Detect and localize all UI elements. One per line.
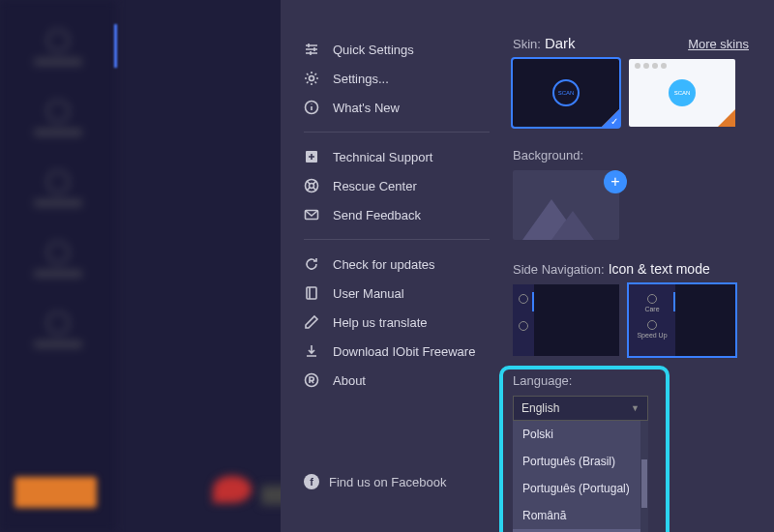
menu-send-feedback[interactable]: Send Feedback bbox=[281, 200, 513, 229]
language-option[interactable]: Polski bbox=[513, 421, 648, 448]
skin-label: Skin: bbox=[513, 37, 541, 51]
activate-button-blurred bbox=[15, 477, 97, 508]
language-selected: English bbox=[521, 401, 559, 415]
menu-label: What's New bbox=[333, 101, 400, 115]
language-label: Language: bbox=[513, 373, 749, 388]
language-dropdown: Polski Português (Brasil) Português (Por… bbox=[513, 421, 648, 532]
skin-value: Dark bbox=[545, 35, 576, 51]
menu-label: About bbox=[333, 373, 366, 388]
sidenav-label: Side Navigation: bbox=[513, 262, 605, 277]
background-label: Background: bbox=[513, 148, 749, 163]
sidenav-icon-text-thumb[interactable]: Care Speed Up bbox=[629, 284, 735, 356]
preview-column: Skin: Dark More skins SCAN SCAN Backgrou… bbox=[513, 0, 774, 532]
scan-ring: SCAN bbox=[552, 79, 580, 106]
menu-label: User Manual bbox=[333, 286, 404, 301]
menu-user-manual[interactable]: User Manual bbox=[281, 279, 513, 308]
menu-whats-new[interactable]: What's New bbox=[281, 93, 513, 122]
menu-label: Quick Settings bbox=[333, 43, 414, 57]
sidebar-accent bbox=[114, 24, 117, 68]
facebook-link[interactable]: f Find us on Facebook bbox=[281, 464, 513, 513]
menu-help-translate[interactable]: Help us translate bbox=[281, 308, 513, 337]
info-icon bbox=[304, 100, 319, 115]
app-sidebar-blurred bbox=[0, 0, 116, 532]
menu-label: Rescue Center bbox=[333, 179, 417, 193]
mail-icon bbox=[304, 207, 319, 222]
menu-rescue-center[interactable]: Rescue Center bbox=[281, 171, 513, 200]
language-option[interactable]: Português (Portugal) bbox=[513, 475, 648, 502]
scan-ring: SCAN bbox=[669, 79, 696, 106]
facebook-label: Find us on Facebook bbox=[329, 475, 446, 489]
pencil-icon bbox=[304, 314, 319, 330]
sidenav-value: Icon & text mode bbox=[609, 261, 710, 277]
scrollbar[interactable] bbox=[640, 421, 648, 532]
facebook-icon: f bbox=[304, 474, 319, 489]
more-skins-link[interactable]: More skins bbox=[688, 37, 749, 51]
svg-point-4 bbox=[310, 184, 314, 189]
menu-label: Settings... bbox=[333, 72, 389, 86]
language-option[interactable]: Português (Brasil) bbox=[513, 448, 648, 475]
menu-label: Send Feedback bbox=[333, 208, 421, 222]
language-option[interactable]: Română bbox=[513, 502, 648, 529]
svg-point-0 bbox=[310, 76, 314, 81]
menu-label: Check for updates bbox=[333, 257, 435, 272]
settings-flyout: Quick Settings Settings... What's New Te… bbox=[281, 0, 774, 532]
menu-label: Download IObit Freeware bbox=[333, 344, 475, 359]
menu-settings[interactable]: Settings... bbox=[281, 64, 513, 93]
menu-download-freeware[interactable]: Download IObit Freeware bbox=[281, 337, 513, 366]
registered-icon bbox=[304, 372, 319, 388]
language-select[interactable]: English ▼ bbox=[513, 396, 648, 421]
chevron-down-icon: ▼ bbox=[631, 403, 640, 413]
sliders-icon bbox=[304, 42, 319, 57]
menu-label: Help us translate bbox=[333, 315, 428, 330]
menu-separator bbox=[304, 239, 490, 240]
refresh-icon bbox=[304, 256, 319, 272]
menu-label: Technical Support bbox=[333, 150, 432, 164]
menu-quick-settings[interactable]: Quick Settings bbox=[281, 35, 513, 64]
gear-icon bbox=[304, 71, 319, 86]
menu-column: Quick Settings Settings... What's New Te… bbox=[281, 0, 513, 532]
menu-check-updates[interactable]: Check for updates bbox=[281, 250, 513, 279]
add-background-button[interactable]: + bbox=[604, 170, 627, 193]
sidenav-icon-only-thumb[interactable] bbox=[513, 284, 619, 356]
menu-about[interactable]: About bbox=[281, 366, 513, 395]
book-icon bbox=[304, 285, 319, 301]
promo-badge-blurred bbox=[213, 476, 252, 503]
download-icon bbox=[304, 343, 319, 359]
svg-rect-6 bbox=[307, 287, 316, 299]
skin-dark-thumb[interactable]: SCAN bbox=[513, 59, 619, 127]
skin-light-thumb[interactable]: SCAN bbox=[629, 59, 735, 127]
plus-box-icon bbox=[304, 149, 319, 164]
life-ring-icon bbox=[304, 178, 319, 193]
menu-separator bbox=[304, 132, 490, 133]
menu-tech-support[interactable]: Technical Support bbox=[281, 142, 513, 171]
